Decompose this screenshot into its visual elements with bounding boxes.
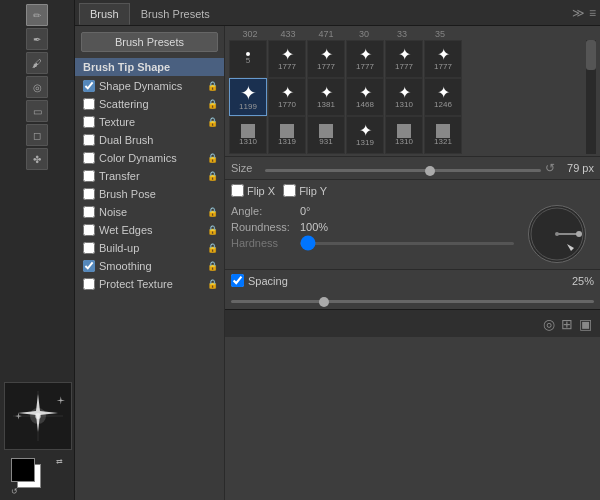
tool-pen[interactable]: ✒ [26,28,48,50]
checkbox-wet-edges[interactable] [83,224,95,236]
label-scattering: Scattering [99,98,203,110]
reset-colors-icon[interactable]: ↺ [11,487,18,496]
brush-square [319,124,333,138]
tool-eraser[interactable]: ◻ [26,124,48,146]
tab-brush-presets[interactable]: Brush Presets [130,3,221,24]
expand-icon[interactable]: ≫ [572,6,585,20]
option-texture[interactable]: Texture 🔒 [75,113,224,131]
option-color-dynamics[interactable]: Color Dynamics 🔒 [75,149,224,167]
lock-scattering: 🔒 [207,99,218,109]
lock-protect-texture: 🔒 [207,279,218,289]
brush-cell-2-3[interactable]: ✦ 1319 [346,116,384,154]
cell-number: 1770 [278,101,296,110]
checkbox-transfer[interactable] [83,170,95,182]
scrollbar-thumb[interactable] [586,40,596,70]
brush-cell-0-0[interactable]: 5 [229,40,267,78]
checkbox-texture[interactable] [83,116,95,128]
option-noise[interactable]: Noise 🔒 [75,203,224,221]
option-build-up[interactable]: Build-up 🔒 [75,239,224,257]
checkbox-scattering[interactable] [83,98,95,110]
brush-presets-button[interactable]: Brush Presets [81,32,218,52]
swatch-foreground[interactable] [11,458,35,482]
swap-colors-icon[interactable]: ⇄ [56,458,63,466]
brush-star: ✦ [437,47,450,63]
grid-scrollbar[interactable] [586,40,596,154]
option-dual-brush[interactable]: Dual Brush [75,131,224,149]
cell-number: 5 [246,57,250,66]
option-transfer[interactable]: Transfer 🔒 [75,167,224,185]
cell-number: 1199 [239,103,257,112]
tool-rect[interactable]: ▭ [26,100,48,122]
lock-noise: 🔒 [207,207,218,217]
brush-cell-0-3[interactable]: ✦ 1777 [346,40,384,78]
bottom-icon-1[interactable]: ⊞ [561,316,573,332]
tool-pencil[interactable]: ✏ [26,4,48,26]
checkbox-protect-texture[interactable] [83,278,95,290]
col-header-0: 302 [231,29,269,39]
bottom-icon-0[interactable]: ◎ [543,316,555,332]
flip-y-checkbox[interactable] [283,184,296,197]
option-shape-dynamics[interactable]: Shape Dynamics 🔒 [75,77,224,95]
option-smoothing[interactable]: Smoothing 🔒 [75,257,224,275]
option-brush-pose[interactable]: Brush Pose [75,185,224,203]
label-noise: Noise [99,206,203,218]
lock-transfer: 🔒 [207,171,218,181]
brush-options-list: Brush Presets Brush Tip Shape Shape Dyna… [75,26,225,500]
brush-cell-2-2[interactable]: 931 [307,116,345,154]
brush-cell-2-5[interactable]: 1321 [424,116,462,154]
menu-icon[interactable]: ≡ [589,6,596,20]
tool-strip: ✏ ✒ 🖌 ◎ ▭ ◻ ✤ [0,0,74,378]
tool-extra[interactable]: ✤ [26,148,48,170]
size-slider-container [265,162,541,174]
brush-cell-0-1[interactable]: ✦ 1777 [268,40,306,78]
grid-row-1: ✦ 1199 ✦ 1770 ✦ 1381 [229,78,586,116]
brush-cell-1-2[interactable]: ✦ 1381 [307,78,345,116]
checkbox-build-up[interactable] [83,242,95,254]
brush-star: ✦ [437,85,450,101]
brush-cell-1-3[interactable]: ✦ 1468 [346,78,384,116]
tab-brush[interactable]: Brush [79,3,130,25]
brush-cell-0-5[interactable]: ✦ 1777 [424,40,462,78]
brush-cell-0-2[interactable]: ✦ 1777 [307,40,345,78]
reset-size-icon[interactable]: ↺ [545,161,555,175]
checkbox-shape-dynamics[interactable] [83,80,95,92]
angle-row: Angle: 0° [231,205,514,217]
spacing-checkbox[interactable] [231,274,244,287]
brush-cell-2-1[interactable]: 1319 [268,116,306,154]
lock-shape-dynamics: 🔒 [207,81,218,91]
brush-grid: 302 433 471 30 33 35 [225,26,600,157]
checkbox-dual-brush[interactable] [83,134,95,146]
properties-area: Angle: 0° Roundness: 100% Hardness [225,201,600,267]
spacing-slider[interactable] [231,300,594,303]
option-scattering[interactable]: Scattering 🔒 [75,95,224,113]
brush-cell-1-4[interactable]: ✦ 1310 [385,78,423,116]
option-protect-texture[interactable]: Protect Texture 🔒 [75,275,224,293]
flip-x-checkbox[interactable] [231,184,244,197]
size-slider[interactable] [265,169,541,172]
svg-point-10 [555,232,559,236]
angle-value: 0° [300,205,311,217]
lock-texture: 🔒 [207,117,218,127]
grid-main: 5 ✦ 1777 ✦ 1777 [229,40,586,154]
option-wet-edges[interactable]: Wet Edges 🔒 [75,221,224,239]
col-header-5: 35 [421,29,459,39]
hardness-slider[interactable] [300,242,514,245]
checkbox-noise[interactable] [83,206,95,218]
props-left: Angle: 0° Roundness: 100% Hardness [231,205,514,263]
angle-circle[interactable] [528,205,586,263]
checkbox-color-dynamics[interactable] [83,152,95,164]
brush-cell-2-4[interactable]: 1310 [385,116,423,154]
brush-cell-0-4[interactable]: ✦ 1777 [385,40,423,78]
brush-cell-1-5[interactable]: ✦ 1246 [424,78,462,116]
tool-circle[interactable]: ◎ [26,76,48,98]
tool-brush[interactable]: 🖌 [26,52,48,74]
checkbox-smoothing[interactable] [83,260,95,272]
bottom-icon-2[interactable]: ▣ [579,316,592,332]
tabs-container: Brush Brush Presets [79,1,221,24]
brush-cell-1-0[interactable]: ✦ 1199 [229,78,267,116]
checkbox-brush-pose[interactable] [83,188,95,200]
grid-scroll: 5 ✦ 1777 ✦ 1777 [229,40,596,154]
left-side-panel: ✏ ✒ 🖌 ◎ ▭ ◻ ✤ [0,0,75,500]
brush-cell-2-0[interactable]: 1310 [229,116,267,154]
brush-cell-1-1[interactable]: ✦ 1770 [268,78,306,116]
